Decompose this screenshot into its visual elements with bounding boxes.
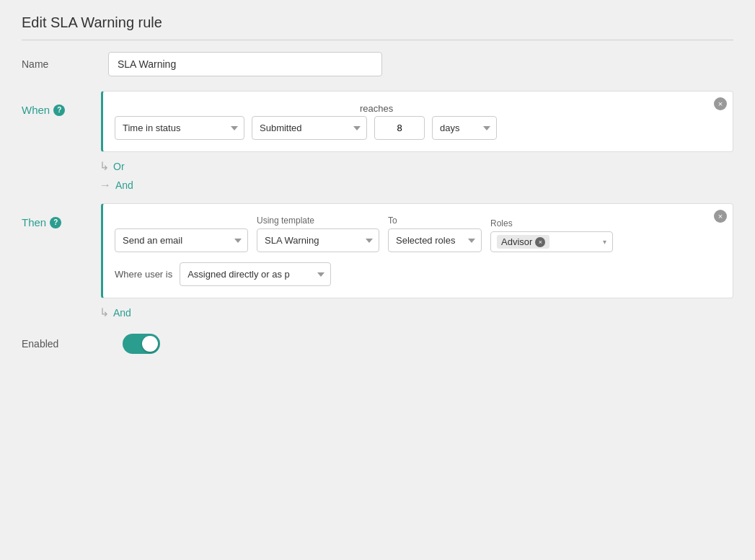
- name-label: Name: [22, 58, 108, 70]
- toggle-track[interactable]: [123, 334, 160, 354]
- when-help-icon[interactable]: ?: [53, 105, 65, 116]
- then-label: Then ?: [22, 216, 61, 228]
- or-connector-row: ↳ Or: [100, 159, 733, 173]
- template-select[interactable]: SLA Warning Default Custom: [257, 228, 379, 252]
- when-section: When ? × reaches Time in status Submitte…: [22, 91, 733, 152]
- when-controls: Time in status Submitted Open Pending So…: [115, 116, 721, 140]
- roles-container[interactable]: Advisor × ▾: [490, 231, 613, 252]
- name-input[interactable]: [108, 52, 382, 76]
- roles-col: Roles Advisor × ▾: [490, 218, 613, 252]
- and-connector-row-when: → And: [100, 179, 733, 192]
- roles-label: Roles: [490, 218, 613, 228]
- advisor-role-tag: Advisor ×: [497, 235, 549, 249]
- when-label-col: When ?: [22, 91, 101, 152]
- toggle-thumb: [142, 336, 158, 352]
- enabled-label: Enabled: [22, 338, 108, 350]
- enabled-toggle[interactable]: [123, 334, 160, 354]
- where-row: Where user is Assigned directly or as p …: [115, 262, 721, 286]
- using-template-label: Using template: [257, 215, 379, 226]
- using-template-col: Using template SLA Warning Default Custo…: [257, 215, 379, 252]
- and-link-when[interactable]: And: [115, 179, 133, 191]
- enabled-row: Enabled: [22, 334, 733, 354]
- then-close-button[interactable]: ×: [714, 210, 727, 223]
- days-select[interactable]: days hours minutes: [432, 116, 497, 140]
- or-link[interactable]: Or: [113, 161, 125, 172]
- send-email-select[interactable]: Send an email Add comment Change status: [115, 228, 248, 252]
- page-title: Edit SLA Warning rule: [22, 14, 733, 40]
- and-arrow-icon-when: →: [100, 179, 111, 192]
- roles-dropdown-arrow-icon[interactable]: ▾: [603, 238, 606, 246]
- reaches-number-input[interactable]: [374, 116, 425, 140]
- reaches-label: reaches: [360, 103, 393, 114]
- and-arrow-icon-then: ↳: [100, 306, 109, 319]
- advisor-role-label: Advisor: [501, 236, 532, 247]
- when-label: When ?: [22, 104, 65, 116]
- where-user-is-label: Where user is: [115, 269, 172, 280]
- assigned-select[interactable]: Assigned directly or as p Assigned direc…: [180, 262, 331, 286]
- to-select[interactable]: Selected roles Assignee Requester: [388, 228, 482, 252]
- then-help-icon[interactable]: ?: [50, 217, 61, 228]
- to-label: To: [388, 215, 482, 226]
- or-arrow-icon: ↳: [100, 159, 109, 173]
- advisor-role-remove-button[interactable]: ×: [535, 237, 545, 247]
- when-close-button[interactable]: ×: [714, 97, 727, 110]
- when-text: When: [22, 104, 50, 116]
- submitted-select[interactable]: Submitted Open Pending Solved: [252, 116, 367, 140]
- to-col: To Selected roles Assignee Requester: [388, 215, 482, 252]
- then-text: Then: [22, 216, 46, 228]
- send-email-col: Send an email Add comment Change status: [115, 228, 248, 252]
- when-content: × reaches Time in status Submitted Open …: [101, 91, 733, 152]
- and-connector-row-then: ↳ And: [100, 306, 733, 319]
- then-label-col: Then ?: [22, 203, 101, 298]
- then-main-row: Send an email Add comment Change status …: [115, 215, 721, 252]
- then-section: Then ? × Send an email Add comment Chang…: [22, 203, 733, 298]
- name-form-row: Name: [22, 52, 733, 76]
- and-link-then[interactable]: And: [113, 307, 131, 319]
- time-in-status-select[interactable]: Time in status: [115, 116, 244, 140]
- then-content: × Send an email Add comment Change statu…: [101, 203, 733, 298]
